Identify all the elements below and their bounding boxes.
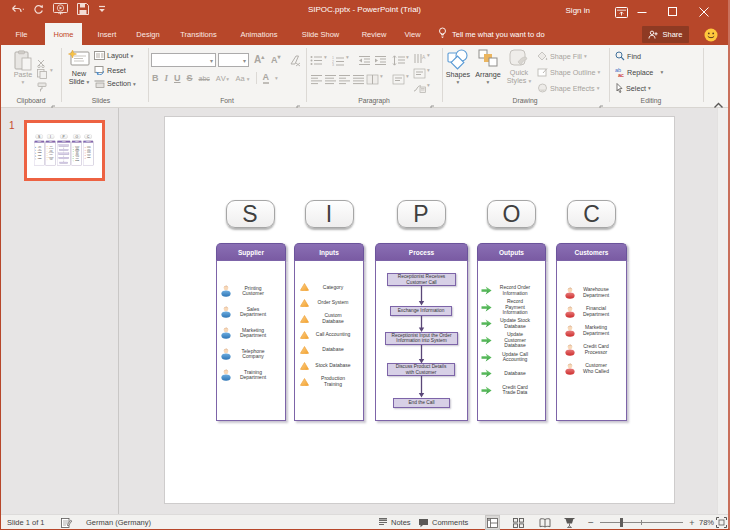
column-header-outputs[interactable]: Outputs	[477, 243, 546, 260]
column-body-inputs[interactable]: Category Order System Custom Database Ca…	[294, 260, 364, 421]
increase-indent-icon[interactable]	[374, 52, 387, 70]
decrease-indent-icon[interactable]	[358, 52, 371, 70]
text-shadow-button[interactable]: abc	[199, 75, 210, 82]
comments-button[interactable]: Comments	[418, 515, 468, 530]
shape-outline-button[interactable]: Shape Outline▾	[537, 67, 600, 77]
sipoc-letter-i[interactable]: I	[305, 200, 354, 228]
slide-thumbnail[interactable]: SIPOCSupplier Printing Customer Sales De…	[24, 120, 105, 181]
tab-transitions[interactable]: Transitions	[173, 23, 224, 45]
slide-canvas[interactable]: SIPOCSupplier Printing Customer Sales De…	[165, 117, 674, 503]
sipoc-letter-c[interactable]: C	[567, 200, 616, 228]
strikethrough-button[interactable]: S	[187, 73, 193, 83]
paragraph-dialog-launcher-icon[interactable]	[430, 98, 437, 105]
quick-styles-button[interactable]: Quick Styles▾	[505, 49, 533, 85]
font-size-combobox[interactable]: ▾	[218, 53, 249, 67]
align-left-icon[interactable]	[310, 71, 323, 89]
column-body-inputs[interactable]: Category Order System Custom Database Ca…	[45, 143, 55, 165]
tab-slide-show[interactable]: Slide Show	[294, 23, 347, 45]
tab-file[interactable]: File	[9, 23, 34, 45]
sipoc-letter-c[interactable]: C	[85, 135, 92, 139]
zoom-level[interactable]: 78%	[699, 515, 714, 530]
sign-in-link[interactable]: Sign in	[566, 6, 590, 15]
tab-home[interactable]: Home	[45, 23, 82, 45]
process-step-3[interactable]: Receptionist Input the Order Information…	[385, 332, 458, 345]
find-button[interactable]: Find	[615, 51, 641, 61]
tab-design[interactable]: Design	[131, 23, 165, 45]
vertical-scrollbar[interactable]	[717, 108, 728, 514]
column-header-supplier[interactable]: Supplier	[216, 243, 286, 260]
tab-review[interactable]: Review	[355, 23, 393, 45]
drawing-dialog-launcher-icon[interactable]	[599, 98, 606, 105]
reset-button[interactable]: Reset	[94, 65, 126, 75]
numbering-icon[interactable]: 123	[332, 52, 345, 70]
add-remove-columns-icon[interactable]	[366, 71, 379, 89]
process-step-4[interactable]: Discuss Product Details with Customer	[387, 363, 455, 376]
column-body-outputs[interactable]: Record Order Information Record Payment …	[477, 260, 546, 421]
slide-show-button[interactable]	[562, 515, 577, 530]
shape-fill-button[interactable]: Shape Fill▾	[537, 51, 587, 61]
clear-formatting-icon[interactable]	[289, 53, 301, 71]
convert-to-smartart-icon[interactable]	[413, 80, 426, 98]
columns-icon[interactable]	[392, 71, 405, 89]
character-spacing-button[interactable]: AV▾	[216, 74, 230, 83]
language-indicator[interactable]: German (Germany)	[86, 515, 151, 530]
column-header-customers[interactable]: Customers	[556, 243, 627, 260]
font-dialog-launcher-icon[interactable]	[296, 98, 303, 105]
sipoc-letter-p[interactable]: P	[397, 200, 446, 228]
feedback-smiley-icon[interactable]	[704, 28, 718, 46]
process-step-5[interactable]: End the Call	[393, 398, 450, 408]
clipboard-dialog-launcher-icon[interactable]	[51, 98, 58, 105]
line-spacing-icon[interactable]	[392, 52, 405, 70]
increase-font-size-icon[interactable]: A▴	[254, 53, 264, 65]
sipoc-letter-o[interactable]: O	[487, 200, 536, 228]
font-name-combobox[interactable]: ▾	[151, 53, 216, 67]
column-body-customers[interactable]: Warehouse Department Financial Departmen…	[83, 143, 93, 165]
tab-animations[interactable]: Animations	[232, 23, 286, 45]
layout-button[interactable]: Layout▾	[94, 51, 133, 60]
format-painter-icon[interactable]	[37, 78, 48, 96]
align-center-icon[interactable]	[324, 71, 337, 89]
sipoc-letter-s[interactable]: S	[226, 200, 275, 228]
process-step-1[interactable]: Receptionist Receives Customer Call	[387, 273, 456, 286]
notes-button[interactable]: Notes	[378, 515, 411, 530]
font-color-button[interactable]: A	[263, 72, 270, 84]
column-body-supplier[interactable]: Printing Customer Sales Department Marke…	[216, 260, 286, 421]
column-body-supplier[interactable]: Printing Customer Sales Department Marke…	[34, 143, 44, 165]
column-body-outputs[interactable]: Record Order Information Record Payment …	[72, 143, 82, 165]
italic-button[interactable]: I	[165, 73, 169, 83]
spell-check-icon[interactable]	[61, 515, 72, 530]
align-right-icon[interactable]	[338, 71, 351, 89]
column-body-customers[interactable]: Warehouse Department Financial Departmen…	[556, 260, 627, 421]
shape-effects-button[interactable]: Shape Effects▾	[537, 83, 599, 93]
reading-view-button[interactable]	[537, 515, 552, 530]
new-slide-button[interactable]: New Slide▾	[64, 50, 94, 86]
normal-view-button[interactable]	[485, 515, 500, 530]
share-button[interactable]: Share	[642, 26, 689, 43]
process-step-5[interactable]: End the Call	[60, 162, 68, 163]
tab-view[interactable]: View	[397, 23, 428, 45]
close-button[interactable]	[688, 0, 719, 23]
change-case-button[interactable]: Aa ▾	[236, 74, 250, 83]
shapes-button[interactable]: Shapes ▾	[445, 49, 471, 85]
column-header-process[interactable]: Process	[375, 243, 468, 260]
decrease-font-size-icon[interactable]: A▾	[271, 53, 281, 65]
sipoc-letter-s[interactable]: S	[36, 135, 43, 139]
bold-button[interactable]: B	[152, 73, 159, 83]
zoom-in-button[interactable]: +	[688, 515, 696, 530]
paste-button[interactable]: Paste ▾	[9, 50, 37, 85]
zoom-out-button[interactable]: −	[587, 515, 595, 530]
copy-dropdown-arrow[interactable]: ▾	[50, 67, 53, 73]
replace-button[interactable]: abac Replace▾	[615, 67, 663, 77]
zoom-slider-thumb[interactable]	[620, 518, 623, 527]
minimize-button[interactable]	[626, 0, 657, 23]
maximize-button[interactable]	[657, 0, 688, 23]
slide-indicator[interactable]: Slide 1 of 1	[7, 515, 45, 530]
select-button[interactable]: Select▾	[615, 83, 651, 93]
column-header-inputs[interactable]: Inputs	[294, 243, 364, 260]
tab-insert[interactable]: Insert	[92, 23, 122, 45]
section-button[interactable]: Section▾	[94, 79, 136, 88]
slide-canvas[interactable]: SIPOCSupplier Printing Customer Sales De…	[27, 123, 100, 176]
slide-sorter-view-button[interactable]	[511, 515, 526, 530]
bullets-icon[interactable]	[310, 52, 323, 70]
fit-slide-to-window-icon[interactable]	[716, 515, 727, 530]
